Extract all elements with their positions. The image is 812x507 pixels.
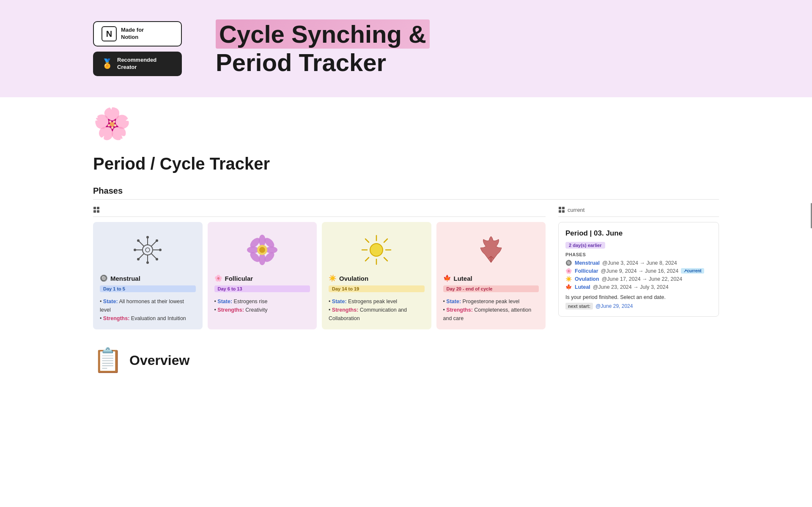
luteal-day-badge: Day 20 - end of cycle [443, 285, 539, 292]
current-note: Is your period finished. Select an end d… [565, 294, 712, 300]
header-title: Cycle Synching & Period Tracker [216, 20, 430, 77]
view-controls [93, 206, 546, 217]
grid-icon-right [558, 206, 565, 213]
svg-point-14 [146, 236, 149, 238]
ovulation-icon [329, 229, 425, 271]
svg-point-17 [159, 249, 162, 251]
current-view-controls: current [558, 206, 719, 217]
grid-icon [93, 206, 100, 213]
main-content: Period / Cycle Tracker Phases [0, 146, 812, 383]
phase-row-ovulation-dates: @June 17, 2024 → June 22, 2024 [602, 276, 683, 282]
current-grid-icon[interactable]: current [558, 206, 584, 213]
phase-card-menstrual: 🔘 Menstrual Day 1 to 5 • State: All horm… [93, 222, 203, 329]
svg-point-18 [137, 239, 140, 242]
svg-point-22 [259, 235, 266, 247]
menstrual-icon [100, 229, 196, 271]
current-panel-container: current Period | 03. June 2 day(s) earli… [558, 206, 719, 329]
svg-rect-46 [562, 207, 565, 209]
ovulation-detail: • State: Estrogens peak level • Strength… [329, 297, 425, 323]
ovulation-svg [359, 233, 393, 267]
recommended-creator-badge: 🏅 Recommended Creator [93, 52, 182, 76]
phase-row-menstrual-emoji: 🔘 [565, 260, 572, 266]
follicular-name: 🌸 Follicular [214, 274, 310, 282]
notion-badge: N Made for Notion [93, 21, 182, 47]
phase-row-ovulation-name[interactable]: Ovulation [575, 276, 599, 282]
svg-rect-45 [559, 207, 561, 209]
recommended-badge-text: Recommended Creator [117, 57, 156, 71]
phase-card-follicular: 🌸 Follicular Day 6 to 13 • State: Estrog… [208, 222, 317, 329]
phase-row-ovulation-emoji: ☀️ [565, 276, 572, 282]
svg-rect-48 [562, 210, 565, 213]
follicular-svg [245, 233, 279, 267]
svg-line-37 [384, 258, 387, 261]
phase-row-follicular-dates: @June 9, 2024 → June 16, 2024 [601, 268, 679, 274]
current-card-title: Period | 03. June [565, 229, 712, 238]
grid-view-button[interactable] [93, 206, 100, 213]
phase-row-follicular-name[interactable]: Follicular [575, 268, 598, 274]
phase-row-menstrual-dates: @June 3, 2024 → June 8, 2024 [602, 260, 677, 266]
early-badge: 2 day(s) earlier [565, 242, 605, 249]
notion-logo: N [102, 26, 117, 41]
phase-card-ovulation: ☀️ Ovulation Day 14 to 19 • State: Estro… [322, 222, 431, 329]
phase-row-luteal-name[interactable]: Luteal [575, 284, 590, 290]
phase-row-luteal-emoji: 🍁 [565, 284, 572, 290]
svg-point-41 [372, 246, 381, 254]
phase-row-menstrual-name[interactable]: Menstrual [575, 260, 600, 266]
next-start-date: @June 29, 2024 [595, 303, 633, 309]
menstrual-svg [131, 233, 165, 267]
svg-point-31 [259, 247, 265, 253]
svg-point-15 [146, 261, 149, 264]
phase-row-follicular-emoji: 🌸 [565, 268, 572, 274]
menstrual-emoji: 🔘 [100, 274, 108, 282]
header-banner: N Made for Notion 🏅 Recommended Creator … [0, 0, 812, 97]
svg-point-20 [156, 239, 158, 242]
phase-cards: 🔘 Menstrual Day 1 to 5 • State: All horm… [93, 222, 546, 329]
phase-row-ovulation: ☀️ Ovulation @June 17, 2024 → June 22, 2… [565, 276, 712, 282]
medal-icon: 🏅 [102, 58, 113, 69]
ovulation-name: ☀️ Ovulation [329, 274, 425, 282]
svg-rect-3 [97, 210, 99, 213]
svg-line-36 [365, 239, 369, 242]
notion-badge-text: Made for Notion [121, 27, 144, 41]
svg-rect-1 [97, 207, 99, 209]
svg-point-21 [137, 258, 140, 260]
svg-rect-2 [93, 210, 96, 213]
current-tag: ↗current [681, 268, 704, 274]
next-start-row: next start: @June 29, 2024 [565, 303, 712, 310]
phase-card-luteal: 🍁 Luteal Day 20 - end of cycle • State: … [436, 222, 546, 329]
overview-section: 📋 Overview [93, 346, 719, 374]
svg-point-19 [156, 258, 158, 260]
svg-line-39 [365, 258, 369, 261]
phases-left: 🔘 Menstrual Day 1 to 5 • State: All horm… [93, 206, 546, 329]
current-panel: Period | 03. June 2 day(s) earlier Phase… [558, 222, 719, 317]
overview-icon: 📋 [93, 346, 123, 374]
flower-icon: 🌸 [93, 107, 131, 140]
overview-title: Overview [129, 353, 189, 368]
svg-point-24 [247, 247, 259, 253]
svg-point-25 [266, 247, 277, 253]
menstrual-detail: • State: All hormones at their lowest le… [100, 297, 196, 323]
follicular-detail: • State: Estrogens rise • Strengths: Cre… [214, 297, 310, 314]
svg-rect-47 [559, 210, 561, 213]
svg-point-4 [143, 245, 153, 255]
luteal-name: 🍁 Luteal [443, 274, 539, 282]
page-title: Period / Cycle Tracker [93, 154, 719, 173]
phases-layout: 🔘 Menstrual Day 1 to 5 • State: All horm… [93, 206, 719, 329]
phase-row-luteal-dates: @June 23, 2024 → July 3, 2024 [593, 284, 669, 290]
luteal-detail: • State: Progesterone peak level • Stren… [443, 297, 539, 323]
svg-line-38 [384, 239, 387, 242]
phases-section-title: Phases [93, 186, 719, 200]
svg-point-23 [259, 253, 266, 265]
follicular-day-badge: Day 6 to 13 [214, 285, 310, 292]
svg-rect-0 [93, 207, 96, 209]
menstrual-day-badge: Day 1 to 5 [100, 285, 196, 292]
next-start-label: next start: [565, 303, 593, 310]
title-highlight: Cycle Synching & [216, 19, 430, 49]
follicular-icon [214, 229, 310, 271]
svg-point-16 [134, 249, 136, 251]
phase-row-luteal: 🍁 Luteal @June 23, 2024 → July 3, 2024 [565, 284, 712, 290]
phase-row-follicular: 🌸 Follicular @June 9, 2024 → June 16, 20… [565, 268, 712, 274]
phases-label: Phases [565, 252, 712, 257]
badge-group: N Made for Notion 🏅 Recommended Creator [93, 21, 182, 76]
luteal-svg [474, 233, 508, 267]
